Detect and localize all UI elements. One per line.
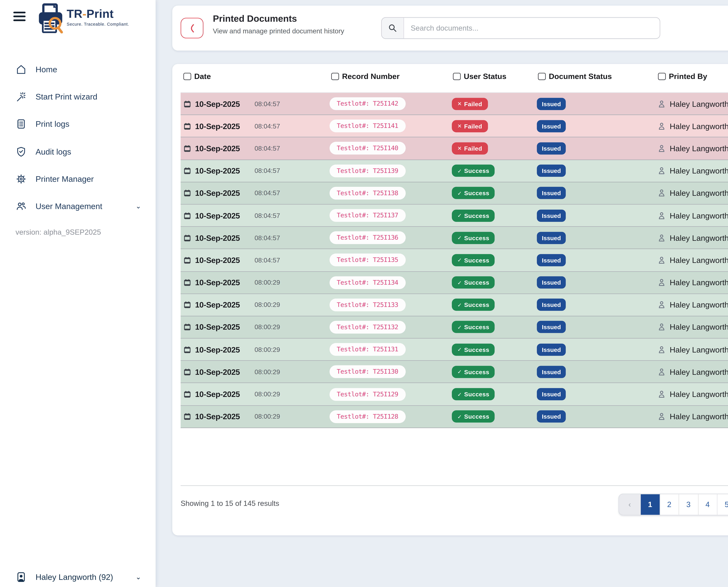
document-status-badge: Issued	[537, 299, 566, 311]
person-icon	[658, 234, 665, 242]
table-body: 10-Sep-2025 08:04:57 Testlot#: T25I142 ✕…	[181, 93, 728, 428]
person-icon	[658, 413, 665, 420]
time-value: 08:00:29	[254, 390, 280, 398]
date-cell: 10-Sep-2025	[184, 361, 240, 383]
user-status-badge: ✓Success	[452, 209, 495, 221]
document-status-badge: Issued	[537, 410, 566, 423]
user-status-cell: ✓Success	[452, 406, 495, 427]
calendar-icon	[184, 144, 191, 152]
table-row: 10-Sep-2025 08:04:57 Testlot#: T25I135 ✓…	[181, 249, 728, 272]
pagination-prev-button[interactable]: ‹	[619, 494, 641, 515]
user-status-cell: ✓Success	[452, 361, 495, 383]
printed-by-value: Haley Langworth (92)	[670, 233, 728, 242]
pagination-page-5[interactable]: 5	[718, 494, 728, 515]
time-value: 08:04:57	[254, 256, 280, 264]
sidebar-item-user-management[interactable]: User Management ⌄	[0, 193, 156, 220]
user-status-label: Success	[464, 167, 489, 174]
calendar-icon	[184, 279, 191, 286]
table-row: 10-Sep-2025 08:00:29 Testlot#: T25I129 ✓…	[181, 383, 728, 406]
column-header-user-status: User Status	[453, 72, 506, 80]
date-cell: 10-Sep-2025	[184, 249, 240, 271]
time-cell: 08:00:29	[254, 316, 280, 338]
calendar-icon	[184, 122, 191, 130]
record-number-cell: Testlot#: T25I128	[330, 406, 405, 427]
user-status-cell: ✓Success	[452, 182, 495, 204]
table-row: 10-Sep-2025 08:04:57 Testlot#: T25I139 ✓…	[181, 160, 728, 182]
date-value: 10-Sep-2025	[195, 256, 240, 264]
status-icon: ✓	[457, 391, 462, 397]
status-icon: ✓	[457, 347, 462, 353]
date-value: 10-Sep-2025	[195, 300, 240, 309]
person-icon	[658, 346, 665, 353]
date-value: 10-Sep-2025	[195, 345, 240, 354]
version-label: version: alpha_9SEP2025	[0, 220, 156, 236]
document-status-badge: Issued	[537, 388, 566, 400]
document-status-cell: Issued	[537, 339, 566, 360]
pagination-page-4[interactable]: 4	[698, 494, 718, 515]
gear-icon	[16, 173, 27, 184]
search-icon-button[interactable]	[382, 18, 404, 38]
record-number-pill: Testlot#: T25I139	[330, 164, 405, 177]
printed-by-column-checkbox[interactable]	[658, 73, 665, 80]
calendar-icon	[184, 100, 191, 108]
printed-by-value: Haley Langworth (92)	[670, 345, 728, 354]
status-icon: ✓	[457, 168, 462, 174]
calendar-icon	[184, 256, 191, 264]
calendar-icon	[184, 167, 191, 174]
person-icon	[658, 368, 665, 376]
user-status-cell: ✕Failed	[452, 138, 488, 159]
status-icon: ✓	[457, 212, 462, 218]
app: TR-Print Secure. Traceable. Compliant. H…	[0, 0, 728, 587]
sidebar-item-audit-logs[interactable]: Audit logs	[0, 138, 156, 165]
wand-icon	[16, 91, 27, 102]
search-input[interactable]	[404, 18, 660, 38]
hamburger-menu-icon[interactable]	[14, 11, 26, 21]
pagination-page-3[interactable]: 3	[679, 494, 698, 515]
sidebar-item-home[interactable]: Home	[0, 56, 156, 83]
date-cell: 10-Sep-2025	[184, 138, 240, 159]
sidebar-user-menu[interactable]: Haley Langworth (92) ⌄	[0, 571, 156, 583]
sidebar-item-printer-manager[interactable]: Printer Manager	[0, 165, 156, 192]
user-status-column-checkbox[interactable]	[453, 73, 461, 80]
time-cell: 08:04:57	[254, 115, 280, 137]
record-number-cell: Testlot#: T25I135	[330, 249, 405, 271]
user-status-cell: ✓Success	[452, 339, 495, 360]
time-value: 08:04:57	[254, 144, 280, 152]
printed-by-cell: Haley Langworth (92)	[658, 227, 728, 249]
sidebar-item-print-logs[interactable]: Print logs	[0, 111, 156, 138]
date-cell: 10-Sep-2025	[184, 115, 240, 137]
printed-by-cell: Haley Langworth (92)	[658, 383, 728, 405]
document-status-badge: Issued	[537, 344, 566, 356]
table-row: 10-Sep-2025 08:04:57 Testlot#: T25I140 ✕…	[181, 138, 728, 160]
document-status-cell: Issued	[537, 383, 566, 405]
record-number-cell: Testlot#: T25I131	[330, 339, 405, 360]
document-status-cell: Issued	[537, 406, 566, 427]
person-icon	[658, 301, 665, 309]
record-number-cell: Testlot#: T25I136	[330, 227, 405, 249]
search-icon	[388, 23, 397, 33]
column-label: Printed By	[669, 72, 707, 80]
document-status-badge: Issued	[537, 209, 566, 221]
sidebar-item-start-print-wizard[interactable]: Start Print wizard	[0, 83, 156, 111]
search-bar	[381, 17, 660, 39]
record-number-pill: Testlot#: T25I142	[330, 97, 405, 110]
status-icon: ✕	[457, 123, 462, 129]
table-row: 10-Sep-2025 08:04:57 Testlot#: T25I142 ✕…	[181, 93, 728, 115]
user-status-cell: ✓Success	[452, 294, 495, 316]
date-cell: 10-Sep-2025	[184, 93, 240, 115]
date-column-checkbox[interactable]	[184, 73, 191, 80]
record-number-column-checkbox[interactable]	[331, 73, 339, 80]
back-button[interactable]	[181, 18, 203, 38]
calendar-icon	[184, 301, 191, 309]
document-status-column-checkbox[interactable]	[538, 73, 545, 80]
record-number-pill: Testlot#: T25I136	[330, 231, 405, 244]
user-status-label: Failed	[464, 145, 482, 152]
pagination-page-2[interactable]: 2	[660, 494, 679, 515]
pagination-page-1[interactable]: 1	[641, 494, 660, 515]
brand-text: TR-Print Secure. Traceable. Compliant.	[67, 3, 129, 27]
document-status-cell: Issued	[537, 272, 566, 294]
status-icon: ✓	[457, 235, 462, 241]
column-header-printed-by: Printed By	[658, 72, 707, 80]
document-status-badge: Issued	[537, 165, 566, 177]
status-icon: ✕	[457, 101, 462, 107]
